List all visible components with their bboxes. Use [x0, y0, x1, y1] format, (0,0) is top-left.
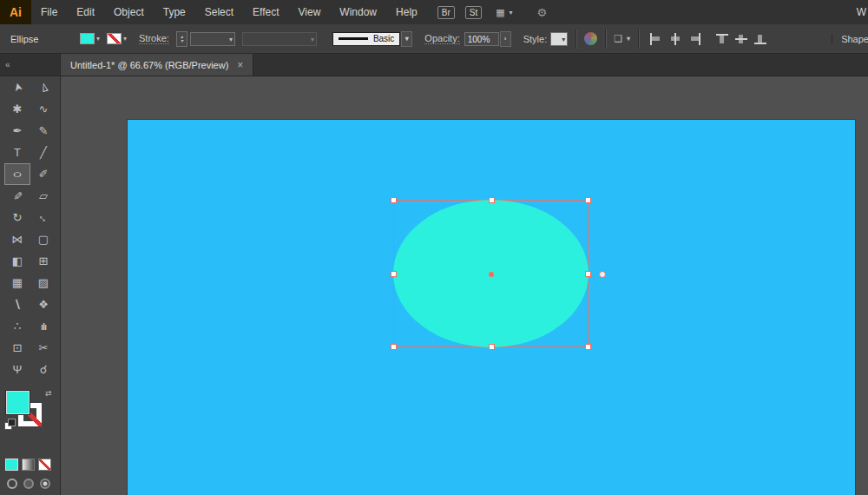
- align-top-button[interactable]: [715, 33, 729, 45]
- eyedropper-tool[interactable]: ∖: [4, 294, 30, 315]
- eraser-tool[interactable]: ▱: [30, 185, 56, 207]
- stroke-weight-select[interactable]: ▾: [190, 32, 235, 46]
- tools-panel-header: «: [0, 54, 60, 76]
- gradient-tool[interactable]: ▨: [30, 272, 56, 294]
- center-point[interactable]: [489, 272, 494, 277]
- control-bar: Ellipse ▾ ▾ Stroke: ▴ ▾ ▾ ▾ Basic ▾ Opac…: [0, 24, 868, 54]
- opacity-field[interactable]: 100%: [464, 32, 499, 46]
- selection-tool[interactable]: ➤: [4, 76, 30, 98]
- width-tool[interactable]: ⋈: [4, 228, 30, 250]
- line-segment-tool[interactable]: ╱: [30, 142, 56, 163]
- artboard-tool-icon: ⊡: [13, 341, 23, 354]
- align-horizontal-center-button[interactable]: [668, 33, 682, 45]
- free-transform-tool[interactable]: ▢: [30, 228, 56, 250]
- draw-inside-button[interactable]: [40, 478, 50, 489]
- handle-top-left[interactable]: [391, 197, 397, 203]
- stroke-label[interactable]: Stroke:: [139, 33, 169, 44]
- paintbrush-tool[interactable]: ✐: [30, 163, 56, 185]
- canvas[interactable]: [61, 76, 868, 495]
- lasso-tool[interactable]: ∿: [30, 98, 56, 120]
- align-vertical-center-button[interactable]: [734, 33, 748, 45]
- menu-effect[interactable]: Effect: [243, 0, 288, 24]
- default-fill-stroke-icon[interactable]: [4, 419, 16, 430]
- opacity-label[interactable]: Opacity:: [424, 33, 459, 44]
- none-mode-button[interactable]: [38, 459, 51, 471]
- tab-title: Untitled-1* @ 66.67% (RGB/Preview): [70, 60, 228, 70]
- style-select[interactable]: ▾: [550, 32, 568, 46]
- blend-tool[interactable]: ❖: [30, 294, 56, 315]
- zoom-tool[interactable]: ☌: [30, 359, 56, 380]
- menu-type[interactable]: Type: [154, 0, 195, 24]
- gradient-mode-button[interactable]: [22, 459, 35, 471]
- handle-middle-right[interactable]: [585, 271, 591, 277]
- bridge-button[interactable]: Br: [437, 6, 455, 19]
- chevron-down-icon: ▾: [405, 35, 409, 43]
- align-bottom-button[interactable]: [753, 33, 767, 45]
- handle-bottom-center[interactable]: [489, 344, 495, 350]
- fill-proxy-swatch[interactable]: [6, 391, 30, 414]
- menu-object[interactable]: Object: [104, 0, 154, 24]
- direct-selection-tool[interactable]: ▻: [30, 76, 56, 98]
- stroke-chevron-icon[interactable]: ▾: [123, 35, 127, 43]
- document-tab[interactable]: Untitled-1* @ 66.67% (RGB/Preview) ×: [61, 54, 253, 76]
- paintbrush-tool-icon: ✐: [39, 168, 49, 181]
- ellipse-tool-icon: ○: [12, 168, 22, 181]
- width-profile-select[interactable]: ▾: [242, 32, 317, 46]
- menu-select[interactable]: Select: [195, 0, 243, 24]
- magic-wand-tool-icon: ✱: [13, 102, 23, 116]
- menu-items: FileEditObjectTypeSelectEffectViewWindow…: [31, 0, 427, 24]
- eraser-tool-icon: ▱: [39, 189, 48, 202]
- collapse-panel-icon[interactable]: «: [5, 60, 10, 69]
- draw-normal-button[interactable]: [7, 478, 17, 489]
- recolor-artwork-icon[interactable]: [584, 32, 597, 45]
- close-tab-icon[interactable]: ×: [237, 59, 243, 71]
- swap-fill-stroke-icon[interactable]: ⇄: [45, 389, 52, 398]
- artboard-tool[interactable]: ⊡: [4, 337, 30, 359]
- scale-tool[interactable]: ↔: [30, 207, 56, 228]
- menu-window[interactable]: Window: [330, 0, 386, 24]
- magic-wand-tool[interactable]: ✱: [4, 98, 30, 120]
- isolate-menu[interactable]: ❑ ▾: [614, 33, 630, 44]
- ellipse-tool[interactable]: ○: [4, 163, 30, 185]
- align-left-button[interactable]: [649, 33, 663, 45]
- settings-icon[interactable]: ⚙: [537, 6, 548, 19]
- fill-chevron-icon[interactable]: ▾: [96, 35, 100, 43]
- symbol-sprayer-tool[interactable]: ∴: [4, 315, 30, 337]
- curvature-tool[interactable]: ✎: [30, 120, 56, 142]
- pie-widget-handle[interactable]: [599, 271, 606, 278]
- type-tool-icon: T: [14, 146, 21, 159]
- color-mode-button[interactable]: [5, 459, 18, 471]
- handle-top-right[interactable]: [585, 197, 591, 203]
- handle-top-center[interactable]: [489, 197, 495, 203]
- mesh-tool[interactable]: ▦: [4, 272, 30, 294]
- column-graph-tool[interactable]: ılı: [30, 315, 56, 337]
- pen-tool[interactable]: ✒: [4, 120, 30, 142]
- stepper-down-icon[interactable]: ▾: [181, 39, 183, 43]
- align-right-button[interactable]: [687, 33, 701, 45]
- stock-button[interactable]: St: [465, 6, 482, 19]
- opacity-flyout-button[interactable]: ›: [500, 31, 511, 47]
- menu-view[interactable]: View: [289, 0, 331, 24]
- app-logo[interactable]: Ai: [0, 0, 31, 24]
- fill-color-swatch[interactable]: [80, 33, 95, 44]
- shaper-tool[interactable]: ✎: [4, 185, 30, 207]
- brush-chevron-button[interactable]: ▾: [401, 31, 412, 47]
- handle-middle-left[interactable]: [391, 271, 397, 277]
- menu-file[interactable]: File: [31, 0, 67, 24]
- shape-label: Shape:: [832, 34, 868, 44]
- shape-builder-tool[interactable]: ◧: [4, 250, 30, 272]
- hand-tool[interactable]: Ψ: [4, 359, 30, 380]
- brush-definition-preview[interactable]: Basic: [332, 32, 400, 46]
- draw-behind-button[interactable]: [23, 478, 34, 489]
- rotate-tool[interactable]: ↻: [4, 207, 30, 228]
- menu-help[interactable]: Help: [386, 0, 427, 24]
- handle-bottom-right[interactable]: [585, 344, 591, 350]
- workspace-switcher[interactable]: ▦ ▾: [496, 7, 512, 18]
- perspective-grid-tool[interactable]: ⊞: [30, 250, 56, 272]
- menu-edit[interactable]: Edit: [67, 0, 104, 24]
- stroke-weight-stepper[interactable]: ▴ ▾: [176, 31, 187, 47]
- handle-bottom-left[interactable]: [391, 344, 397, 350]
- type-tool[interactable]: T: [4, 142, 30, 163]
- stroke-color-swatch[interactable]: [107, 33, 122, 44]
- slice-tool[interactable]: ✂: [30, 337, 56, 359]
